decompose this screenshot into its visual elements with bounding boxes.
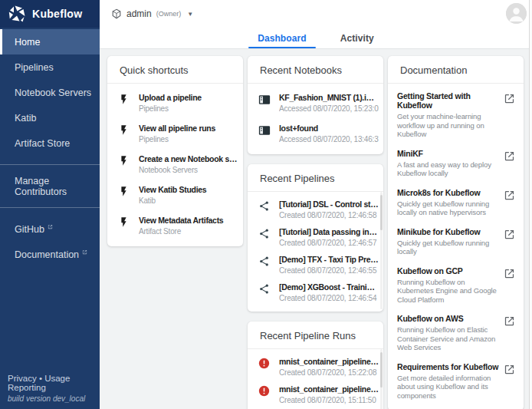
shortcut-title: Upload a pipeline bbox=[139, 93, 238, 102]
doc-item-minikf[interactable]: MiniKF A fast and easy way to deploy Kub… bbox=[388, 143, 524, 183]
main-scrollbar[interactable] bbox=[529, 0, 532, 409]
tab-activity[interactable]: Activity bbox=[323, 28, 391, 48]
sidebar-divider bbox=[0, 164, 100, 165]
privacy-link[interactable]: Privacy bbox=[8, 374, 37, 383]
card-scrollbar[interactable] bbox=[380, 192, 383, 309]
open-in-new-icon[interactable] bbox=[504, 315, 516, 352]
doc-item-gcp[interactable]: Kubeflow on GCP Running Kubeflow on Kube… bbox=[388, 261, 524, 309]
sidebar-item-label: Pipelines bbox=[15, 62, 54, 73]
build-version: build version dev_local bbox=[8, 394, 100, 403]
doc-desc: Quickly get Kubeflow running locally bbox=[397, 239, 499, 256]
doc-desc: Get your machine-learning workflow up an… bbox=[397, 112, 499, 139]
kubeflow-logo-icon bbox=[8, 5, 26, 23]
sidebar-item-notebook-servers[interactable]: Notebook Servers bbox=[0, 80, 100, 105]
notebook-item[interactable]: lost+found Accessed 08/07/2020, 13:46:37 bbox=[248, 118, 383, 149]
card-recent-pipeline-runs: Recent Pipeline Runs mnist_container_pip… bbox=[248, 322, 383, 409]
sidebar-item-katib[interactable]: Katib bbox=[0, 105, 100, 130]
doc-desc: Running Kubeflow on Kubernetes Engine an… bbox=[397, 278, 499, 305]
card-title: Documentation bbox=[388, 56, 524, 84]
open-in-new-icon[interactable] bbox=[504, 150, 516, 178]
namespace-cube-icon bbox=[111, 8, 122, 19]
card-title: Recent Pipelines bbox=[248, 164, 383, 192]
sidebar-item-pipelines[interactable]: Pipelines bbox=[0, 54, 100, 80]
sidebar-item-label: Katib bbox=[15, 113, 37, 124]
bolt-icon bbox=[118, 124, 131, 139]
doc-item-getting-started[interactable]: Getting Started with Kubeflow Get your m… bbox=[388, 86, 524, 143]
pipeline-graph-icon bbox=[258, 200, 271, 215]
item-title: lost+found bbox=[279, 124, 379, 133]
open-in-new-icon[interactable] bbox=[504, 364, 516, 401]
sidebar-divider bbox=[0, 207, 100, 208]
doc-item-minikube[interactable]: Minikube for Kubeflow Quickly get Kubefl… bbox=[388, 222, 524, 261]
doc-item-microk8s[interactable]: Microk8s for Kubeflow Quickly get Kubefl… bbox=[388, 183, 524, 222]
sidebar-item-label: Home bbox=[15, 37, 40, 48]
doc-desc: Quickly get Kubeflow running locally on … bbox=[397, 200, 499, 217]
open-in-new-icon[interactable] bbox=[504, 229, 516, 256]
doc-title: Requirements for Kubeflow bbox=[397, 362, 499, 371]
open-in-new-icon[interactable] bbox=[504, 268, 516, 305]
external-link-icon bbox=[82, 246, 87, 257]
card-scrollbar[interactable] bbox=[380, 349, 383, 409]
pipeline-graph-icon bbox=[258, 228, 271, 242]
brand: Kubeflow bbox=[0, 0, 100, 28]
shortcut-title: View Metadata Artifacts bbox=[139, 216, 238, 225]
card-recent-pipelines: Recent Pipelines [Tutorial] DSL - Contro… bbox=[248, 164, 383, 312]
item-title: mnist_container_pipeline run bbox=[279, 357, 379, 366]
tab-dashboard[interactable]: Dashboard bbox=[241, 28, 323, 48]
tab-label: Dashboard bbox=[258, 33, 307, 44]
sidebar-item-label: Documentation bbox=[15, 249, 79, 260]
sidebar-item-documentation[interactable]: Documentation bbox=[0, 242, 100, 267]
pipeline-item[interactable]: [Tutorial] DSL - Control structures Crea… bbox=[248, 196, 383, 223]
pipeline-item[interactable]: [Demo] XGBoost - Training with Confusi..… bbox=[248, 279, 383, 306]
sidebar-item-label: Manage Contributors bbox=[15, 176, 100, 197]
avatar[interactable] bbox=[506, 3, 527, 24]
run-item[interactable]: mnist_container_pipeline run Created 08/… bbox=[248, 353, 383, 381]
bolt-icon bbox=[118, 186, 131, 200]
sidebar: Home Pipelines Notebook Servers Katib Ar… bbox=[0, 28, 100, 409]
card-documentation: Documentation Getting Started with Kubef… bbox=[388, 56, 524, 409]
notebook-item[interactable]: KF_Fashion_MNIST (1).ipynb Accessed 08/0… bbox=[248, 87, 383, 118]
item-title: [Demo] TFX - Taxi Tip Prediction Model .… bbox=[279, 255, 379, 264]
item-title: [Demo] XGBoost - Training with Confusi..… bbox=[279, 282, 379, 292]
pipeline-graph-icon bbox=[258, 256, 271, 270]
item-meta: Accessed 08/07/2020, 13:46:37 bbox=[279, 135, 379, 143]
namespace-selector[interactable]: admin (Owner) ▼ bbox=[100, 8, 193, 19]
pipeline-item[interactable]: [Demo] TFX - Taxi Tip Prediction Model .… bbox=[248, 251, 383, 279]
shortcut-view-pipeline-runs[interactable]: View all pipeline runs Pipelines bbox=[107, 118, 243, 149]
doc-title: Kubeflow on AWS bbox=[397, 314, 499, 323]
topbar: Kubeflow admin (Owner) ▼ bbox=[0, 0, 532, 28]
doc-title: Getting Started with Kubeflow bbox=[397, 91, 499, 110]
doc-item-aws[interactable]: Kubeflow on AWS Running Kubeflow on Elas… bbox=[388, 308, 524, 357]
open-in-new-icon[interactable] bbox=[504, 190, 516, 217]
item-title: [Tutorial] Data passing in python comp..… bbox=[279, 227, 379, 236]
shortcut-subtitle: Artifact Store bbox=[139, 227, 238, 236]
doc-desc: Get more detailed information about usin… bbox=[397, 374, 499, 401]
shortcut-view-metadata-artifacts[interactable]: View Metadata Artifacts Artifact Store bbox=[107, 210, 243, 241]
sidebar-item-manage-contributors[interactable]: Manage Contributors bbox=[0, 173, 100, 199]
doc-desc: A fast and easy way to deploy Kubeflow l… bbox=[397, 160, 499, 178]
bolt-icon bbox=[118, 216, 131, 231]
sidebar-item-home[interactable]: Home bbox=[0, 29, 100, 54]
sidebar-item-github[interactable]: GitHub bbox=[0, 216, 100, 242]
bolt-icon bbox=[118, 155, 131, 170]
item-title: KF_Fashion_MNIST (1).ipynb bbox=[279, 93, 379, 102]
shortcut-upload-pipeline[interactable]: Upload a pipeline Pipelines bbox=[107, 87, 243, 118]
card-title: Recent Notebooks bbox=[248, 56, 383, 84]
pipeline-item[interactable]: [Tutorial] Data passing in python comp..… bbox=[248, 223, 383, 251]
card-title: Quick shortcuts bbox=[107, 56, 243, 84]
tab-label: Activity bbox=[340, 33, 374, 44]
shortcut-view-katib-studies[interactable]: View Katib Studies Katib bbox=[107, 180, 243, 210]
run-item[interactable]: mnist_container_pipeline run Created 08/… bbox=[248, 381, 383, 408]
doc-title: MiniKF bbox=[397, 149, 499, 158]
item-meta: Created 08/07/2020, 12:46:58 bbox=[279, 211, 379, 219]
item-meta: Created 08/07/2020, 12:46:55 bbox=[279, 266, 379, 275]
sidebar-item-artifact-store[interactable]: Artifact Store bbox=[0, 130, 100, 156]
sidebar-item-label: Artifact Store bbox=[15, 138, 70, 149]
item-title: mnist_container_pipeline run bbox=[279, 384, 379, 394]
shortcut-create-notebook-server[interactable]: Create a new Notebook server Notebook Se… bbox=[107, 149, 243, 180]
doc-item-requirements[interactable]: Requirements for Kubeflow Get more detai… bbox=[388, 357, 524, 405]
notebook-icon bbox=[258, 94, 271, 109]
sidebar-item-label: GitHub bbox=[15, 224, 44, 235]
open-in-new-icon[interactable] bbox=[504, 93, 516, 139]
tabbar: Dashboard Activity bbox=[100, 28, 532, 49]
